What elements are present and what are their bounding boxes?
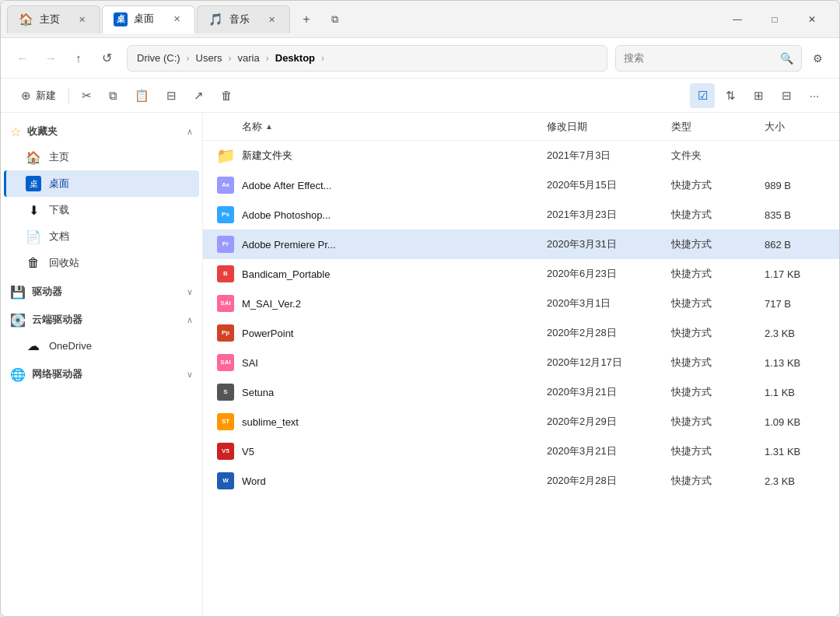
table-row[interactable]: Pr Adobe Premiere Pr... 2020年3月31日 快捷方式 … (203, 230, 839, 259)
main-content: ☆ 收藏夹 ∧ 🏠 主页 桌 桌面 ⬇ 下载 📄 (1, 113, 839, 616)
tab-home-close[interactable]: ✕ (75, 12, 89, 26)
file-date-0: 2021年7月3日 (547, 149, 671, 163)
file-name-11: Word (242, 475, 547, 487)
address-bar[interactable]: Drive (C:) › Users › varia › Desktop › (127, 45, 607, 72)
search-bar[interactable]: 🔍 (615, 45, 802, 72)
file-size-10: 1.31 KB (765, 446, 827, 457)
copy-button[interactable]: ⧉ (101, 83, 125, 108)
new-button[interactable]: ⊕ 新建 (13, 83, 64, 108)
col-size-label: 大小 (765, 121, 785, 132)
table-row[interactable]: V5 V5 2020年3月21日 快捷方式 1.31 KB (203, 436, 839, 466)
tab-desktop-close[interactable]: ✕ (170, 12, 184, 26)
table-row[interactable]: 📁 新建文件夹 2021年7月3日 文件夹 (203, 141, 839, 170)
table-row[interactable]: Pp PowerPoint 2020年2月28日 快捷方式 2.3 KB (203, 318, 839, 348)
new-icon: ⊕ (21, 89, 31, 103)
minimize-button[interactable]: — (719, 7, 755, 32)
sidebar-item-documents[interactable]: 📄 文档 (4, 223, 199, 250)
rename-button[interactable]: ⊟ (159, 83, 184, 108)
view-toggle-button[interactable]: ☑ (690, 83, 715, 108)
breadcrumb-varia[interactable]: varia (238, 52, 260, 64)
back-button[interactable]: ← (10, 46, 35, 71)
file-size-6: 2.3 KB (765, 328, 827, 339)
delete-icon: 🗑 (221, 89, 233, 102)
tab-desktop-label: 桌面 (134, 12, 163, 26)
search-input[interactable] (624, 52, 775, 64)
file-icon-10: V5 (215, 441, 236, 461)
breadcrumb-sep-2: › (229, 53, 232, 64)
settings-button[interactable]: ⚙ (805, 46, 830, 71)
table-row[interactable]: SAI SAI 2020年12月17日 快捷方式 1.13 KB (203, 348, 839, 377)
restore-button[interactable]: ⧉ (323, 8, 346, 31)
sidebar-drives-header[interactable]: 💾 驱动器 ∨ (1, 279, 202, 304)
file-type-4: 快捷方式 (671, 267, 765, 281)
file-size-11: 2.3 KB (765, 475, 827, 487)
sidebar-item-home[interactable]: 🏠 主页 (4, 144, 199, 170)
file-icon-2: Ps (215, 205, 236, 225)
col-name-header[interactable]: 名称 ▲ (242, 120, 547, 134)
sidebar-favorites-header[interactable]: ☆ 收藏夹 ∧ (1, 119, 202, 144)
sidebar-item-desktop[interactable]: 桌 桌面 (4, 170, 199, 197)
add-tab-button[interactable]: + (295, 8, 318, 31)
delete-button[interactable]: 🗑 (213, 83, 240, 108)
file-name-1: Adobe After Effect... (242, 180, 547, 191)
breadcrumb-desktop[interactable]: Desktop (275, 52, 315, 64)
table-row[interactable]: ST sublime_text 2020年2月29日 快捷方式 1.09 KB (203, 407, 839, 436)
tab-home-label: 主页 (40, 13, 68, 26)
file-type-9: 快捷方式 (671, 415, 765, 429)
file-size-3: 862 B (765, 239, 827, 251)
window-controls: — □ ✕ (719, 7, 833, 32)
tab-home[interactable]: 🏠 主页 ✕ (7, 5, 100, 33)
table-row[interactable]: W Word 2020年2月28日 快捷方式 2.3 KB (203, 466, 839, 496)
sidebar-item-recycle[interactable]: 🗑 回收站 (4, 250, 199, 276)
col-type-header[interactable]: 类型 (671, 120, 765, 134)
sidebar-cloud-section: 💽 云端驱动器 ∧ ☁ OneDrive (1, 307, 202, 359)
file-type-3: 快捷方式 (671, 237, 765, 251)
file-type-11: 快捷方式 (671, 474, 765, 488)
sort-button[interactable]: ⇅ (718, 83, 743, 108)
maximize-button[interactable]: □ (757, 7, 793, 32)
sidebar-cloud-header[interactable]: 💽 云端驱动器 ∧ (1, 307, 202, 332)
file-name-3: Adobe Premiere Pr... (242, 239, 547, 251)
sidebar-network-header[interactable]: 🌐 网络驱动器 ∨ (1, 362, 202, 387)
search-icon[interactable]: 🔍 (780, 52, 793, 65)
explorer-window: 🏠 主页 ✕ 桌 桌面 ✕ 🎵 音乐 ✕ + ⧉ — □ ✕ (0, 0, 840, 617)
breadcrumb-users[interactable]: Users (196, 52, 222, 64)
paste-button[interactable]: 📋 (127, 83, 157, 108)
col-size-header[interactable]: 大小 (765, 120, 827, 134)
cmdbar-right: ☑ ⇅ ⊞ ⊟ ··· (690, 83, 827, 108)
sidebar-item-onedrive[interactable]: ☁ OneDrive (4, 332, 199, 359)
breadcrumb-sep-1: › (187, 53, 190, 64)
file-name-5: M_SAI_Ver.2 (242, 298, 547, 310)
sidebar-documents-label: 文档 (49, 230, 69, 244)
forward-button[interactable]: → (38, 46, 63, 71)
table-row[interactable]: Ae Adobe After Effect... 2020年5月15日 快捷方式… (203, 170, 839, 200)
file-icon-8: S (215, 382, 236, 402)
table-row[interactable]: S Setuna 2020年3月21日 快捷方式 1.1 KB (203, 377, 839, 407)
sidebar-downloads-label: 下载 (49, 203, 69, 217)
command-bar: ⊕ 新建 ✂ ⧉ 📋 ⊟ ↗ 🗑 ☑ ⇅ ⊞ ⊟ ··· (1, 79, 839, 113)
sidebar-network-section: 🌐 网络驱动器 ∨ (1, 362, 202, 387)
sidebar-item-downloads[interactable]: ⬇ 下载 (4, 197, 199, 223)
file-name-2: Adobe Photoshop... (242, 209, 547, 221)
view-button[interactable]: ⊞ (746, 83, 771, 108)
more-button[interactable]: ··· (802, 83, 827, 108)
cut-icon: ✂ (82, 89, 92, 103)
tab-music-close[interactable]: ✕ (264, 12, 278, 26)
refresh-button[interactable]: ↺ (94, 46, 119, 71)
breadcrumb-drive[interactable]: Drive (C:) (137, 52, 180, 64)
col-date-header[interactable]: 修改日期 (547, 120, 671, 134)
panel-button[interactable]: ⊟ (774, 83, 799, 108)
recycle-icon: 🗑 (26, 255, 41, 271)
table-row[interactable]: Ps Adobe Photoshop... 2021年3月23日 快捷方式 83… (203, 200, 839, 230)
table-row[interactable]: SAI M_SAI_Ver.2 2020年3月1日 快捷方式 717 B (203, 289, 839, 318)
file-icon-0: 📁 (215, 145, 236, 166)
tab-music[interactable]: 🎵 音乐 ✕ (197, 5, 290, 33)
tab-desktop[interactable]: 桌 桌面 ✕ (102, 5, 195, 33)
file-type-8: 快捷方式 (671, 385, 765, 399)
cut-button[interactable]: ✂ (74, 83, 100, 108)
close-button[interactable]: ✕ (794, 7, 830, 32)
file-size-5: 717 B (765, 298, 827, 310)
share-button[interactable]: ↗ (186, 83, 212, 108)
up-button[interactable]: ↑ (66, 46, 91, 71)
table-row[interactable]: B Bandicam_Portable 2020年6月23日 快捷方式 1.17… (203, 259, 839, 289)
